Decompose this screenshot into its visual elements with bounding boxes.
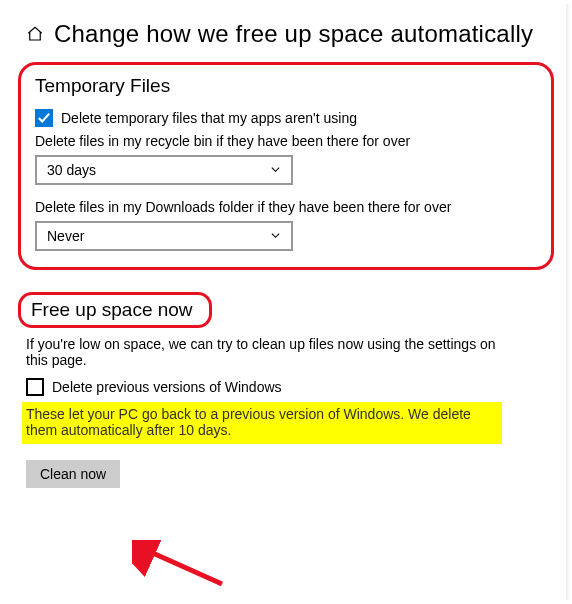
clean-now-button[interactable]: Clean now bbox=[26, 460, 120, 488]
chevron-down-icon bbox=[270, 162, 281, 178]
recycle-bin-label: Delete files in my recycle bin if they h… bbox=[35, 133, 537, 149]
previous-versions-note: These let your PC go back to a previous … bbox=[22, 402, 502, 444]
delete-temp-files-row: Delete temporary files that my apps aren… bbox=[35, 109, 537, 127]
delete-temp-files-checkbox[interactable] bbox=[35, 109, 53, 127]
recycle-bin-select[interactable]: 30 days bbox=[35, 155, 293, 185]
temporary-files-section: Temporary Files Delete temporary files t… bbox=[18, 62, 554, 270]
downloads-select[interactable]: Never bbox=[35, 221, 293, 251]
annotation-arrow bbox=[132, 540, 227, 590]
delete-previous-windows-checkbox[interactable] bbox=[26, 378, 44, 396]
downloads-value: Never bbox=[47, 228, 84, 244]
chevron-down-icon bbox=[270, 228, 281, 244]
temporary-files-heading: Temporary Files bbox=[35, 75, 537, 97]
delete-previous-windows-row: Delete previous versions of Windows bbox=[26, 378, 546, 396]
page-title: Change how we free up space automaticall… bbox=[54, 20, 533, 48]
delete-temp-files-label: Delete temporary files that my apps aren… bbox=[61, 110, 357, 126]
home-icon[interactable] bbox=[26, 25, 44, 43]
window-shadow bbox=[566, 4, 570, 600]
downloads-label: Delete files in my Downloads folder if t… bbox=[35, 199, 537, 215]
free-up-space-heading-box: Free up space now bbox=[18, 292, 212, 328]
page-header: Change how we free up space automaticall… bbox=[26, 20, 546, 48]
delete-previous-windows-label: Delete previous versions of Windows bbox=[52, 379, 282, 395]
recycle-bin-value: 30 days bbox=[47, 162, 96, 178]
free-up-space-description: If you're low on space, we can try to cl… bbox=[26, 336, 496, 368]
svg-line-0 bbox=[146, 550, 222, 584]
free-up-space-heading: Free up space now bbox=[31, 299, 193, 321]
